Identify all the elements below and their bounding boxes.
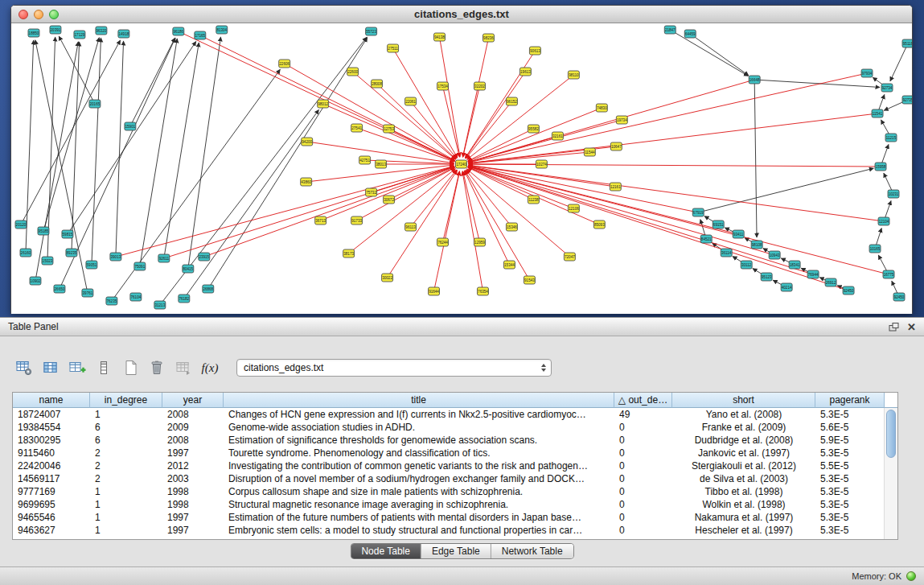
create-column-button[interactable] xyxy=(66,357,88,378)
network-node[interactable]: 98012 xyxy=(318,100,329,108)
network-node[interactable]: 20120 xyxy=(15,220,27,229)
network-node[interactable]: 96186 xyxy=(173,27,184,35)
tab-edge-table[interactable]: Edge Table xyxy=(421,544,491,558)
network-edge[interactable] xyxy=(357,128,454,162)
delete-table-button[interactable] xyxy=(146,357,168,378)
table-row[interactable]: 1456911722003Disruption of a novel membe… xyxy=(13,472,897,485)
network-node[interactable]: 20165 xyxy=(89,100,101,108)
network-node[interactable]: 76104 xyxy=(130,293,142,301)
network-node[interactable]: 12106 xyxy=(568,204,579,212)
zoom-window-button[interactable] xyxy=(49,10,59,19)
network-edge[interactable] xyxy=(468,167,774,255)
table-row[interactable]: 1830029562008Estimation of significance … xyxy=(13,434,897,447)
network-edge[interactable] xyxy=(59,36,95,104)
network-edge[interactable] xyxy=(377,84,456,159)
network-node[interactable]: 12753 xyxy=(384,125,395,133)
network-edge[interactable] xyxy=(35,40,88,293)
column-header-in_degree[interactable]: in_degree xyxy=(90,393,162,408)
network-node[interactable]: 74830 xyxy=(596,104,607,112)
column-header-short[interactable]: short xyxy=(672,393,815,408)
network-edge[interactable] xyxy=(698,168,873,212)
network-edge[interactable] xyxy=(754,80,880,87)
network-node[interactable]: 10647 xyxy=(610,142,622,150)
network-node[interactable]: 39013 xyxy=(110,253,121,261)
network-node[interactable]: 26650 xyxy=(54,285,65,293)
network-node[interactable]: 22061 xyxy=(405,97,417,105)
network-node[interactable]: 38013 xyxy=(376,160,387,168)
network-canvas[interactable]: 1724010274112381534612959762449611330672… xyxy=(11,23,912,314)
network-node[interactable]: 11544 xyxy=(584,148,595,156)
network-node[interactable]: 55723 xyxy=(366,27,377,35)
network-node[interactable]: 81304 xyxy=(216,26,228,34)
network-node[interactable]: 67919 xyxy=(692,208,704,216)
network-edge[interactable] xyxy=(890,43,908,81)
minimize-window-button[interactable] xyxy=(34,10,43,19)
tab-node-table[interactable]: Node Table xyxy=(351,544,421,558)
network-edge[interactable] xyxy=(116,166,454,257)
network-node[interactable]: 18341 xyxy=(789,261,800,269)
table-settings-button[interactable] xyxy=(13,357,35,378)
network-node[interactable]: 16775 xyxy=(883,270,894,278)
network-node[interactable]: 15344 xyxy=(503,261,515,269)
network-node[interactable]: 17165 xyxy=(195,31,206,39)
network-node[interactable]: 31213 xyxy=(154,301,166,309)
network-edge[interactable] xyxy=(468,165,884,221)
network-edge[interactable] xyxy=(468,167,813,274)
network-node[interactable]: 20391 xyxy=(50,26,61,34)
network-node[interactable]: 42751 xyxy=(359,156,371,164)
network-edge[interactable] xyxy=(468,108,602,162)
network-node[interactable]: 15023 xyxy=(42,257,53,265)
network-node[interactable]: 10902 xyxy=(30,277,41,285)
network-edge[interactable] xyxy=(26,40,34,253)
table-selector-dropdown[interactable]: citations_edges.txt xyxy=(236,359,552,377)
network-edge[interactable] xyxy=(440,37,460,157)
network-edge[interactable] xyxy=(92,38,101,265)
column-header-year[interactable]: year xyxy=(162,393,224,408)
close-window-button[interactable] xyxy=(18,10,28,19)
import-table-button[interactable] xyxy=(172,357,195,378)
network-node[interactable]: 64459 xyxy=(684,30,696,38)
table-row[interactable]: 2242004622012Investigating the contribut… xyxy=(13,459,897,472)
scrollbar-thumb[interactable] xyxy=(886,410,896,458)
network-node[interactable]: 39761 xyxy=(82,289,93,297)
network-node[interactable]: 26912 xyxy=(825,278,836,286)
table-scrollbar[interactable] xyxy=(884,408,897,539)
network-node[interactable]: 94200 xyxy=(302,138,313,146)
network-edge[interactable] xyxy=(188,37,221,269)
network-node[interactable]: 94138 xyxy=(434,33,446,41)
network-node[interactable]: 36713 xyxy=(315,216,326,225)
network-node[interactable]: 80415 xyxy=(183,265,194,273)
network-node[interactable]: 10274 xyxy=(536,160,547,168)
network-node[interactable]: 17129 xyxy=(74,31,85,39)
network-edge[interactable] xyxy=(164,43,199,258)
network-edge[interactable] xyxy=(321,167,454,220)
table-row[interactable]: 946362711997Embryonic stem cells: a mode… xyxy=(13,524,897,537)
window-titlebar[interactable]: citations_edges.txt xyxy=(11,6,912,23)
network-edge[interactable] xyxy=(468,113,877,163)
table-row[interactable]: 1938455462009Genome-wide association stu… xyxy=(13,421,897,434)
network-edge[interactable] xyxy=(468,167,848,290)
network-node[interactable]: 89235 xyxy=(66,249,77,257)
network-edge[interactable] xyxy=(204,167,454,257)
network-node[interactable]: 22600 xyxy=(347,68,359,76)
network-node[interactable]: 38173 xyxy=(343,249,355,257)
network-node[interactable]: 72047 xyxy=(564,253,575,261)
network-node[interactable]: 95185 xyxy=(38,227,49,235)
memory-status-button[interactable]: Memory: OK xyxy=(852,571,916,581)
network-node[interactable]: 91733 xyxy=(351,216,363,225)
network-node[interactable]: 75091 xyxy=(134,262,146,270)
network-node[interactable]: 30112 xyxy=(741,261,752,269)
network-edge[interactable] xyxy=(130,38,175,126)
network-node[interactable]: 21847 xyxy=(664,26,676,34)
table-row[interactable]: 911546021997Tourette syndrome. Phenomeno… xyxy=(13,447,897,459)
network-node[interactable]: 92450 xyxy=(843,286,854,295)
network-node[interactable]: 95582 xyxy=(528,125,539,133)
network-node[interactable]: 43860 xyxy=(301,178,312,186)
network-edge[interactable] xyxy=(468,166,889,274)
table-row[interactable]: 946554611997Estimation of the future num… xyxy=(13,511,897,524)
network-node[interactable]: 14918 xyxy=(118,30,129,38)
network-edge[interactable] xyxy=(468,73,867,163)
network-node[interactable]: 32161 xyxy=(552,132,563,140)
network-node[interactable]: 32202 xyxy=(474,82,485,90)
network-node[interactable]: 96320 xyxy=(96,27,107,35)
